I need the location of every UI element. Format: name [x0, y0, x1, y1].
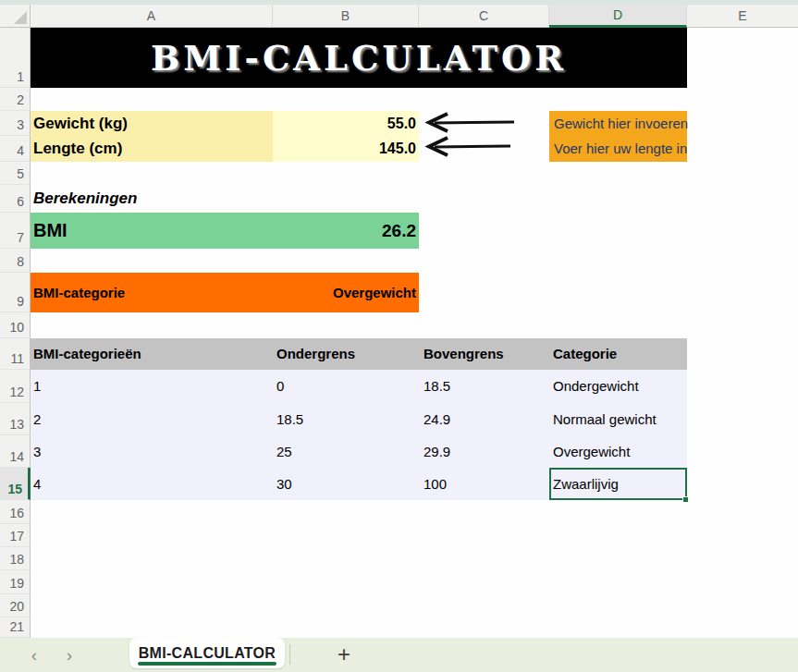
- row-header-4[interactable]: 4: [0, 136, 31, 162]
- column-header-c[interactable]: C: [419, 5, 549, 28]
- height-value-cell[interactable]: 145.0: [273, 136, 416, 162]
- column-header-a[interactable]: A: [31, 5, 273, 28]
- height-label-cell[interactable]: Lengte (cm): [33, 136, 264, 162]
- table-cell[interactable]: 1: [33, 370, 41, 403]
- weight-hint-cell[interactable]: Gewicht hier invoeren: [554, 111, 688, 136]
- bmi-category-label-cell[interactable]: BMI-categorie: [33, 273, 125, 312]
- row-header-19[interactable]: 19: [0, 570, 31, 594]
- active-sheet-tab[interactable]: BMI-CALCULATOR: [129, 638, 285, 668]
- sheet-nav-prev-button[interactable]: ‹: [22, 638, 46, 672]
- table-cell[interactable]: 18.5: [424, 370, 450, 403]
- table-cell[interactable]: 0: [276, 370, 284, 403]
- chevron-right-icon: ›: [67, 645, 72, 666]
- sheet-tab-label: BMI-CALCULATOR: [139, 645, 276, 662]
- table-cell[interactable]: 24.9: [424, 403, 450, 435]
- table-cell[interactable]: 29.9: [424, 435, 450, 468]
- title-banner-cell[interactable]: BMI-CALCULATOR: [31, 28, 687, 88]
- row-header-3[interactable]: 3: [0, 111, 31, 136]
- weight-value-cell[interactable]: 55.0: [273, 111, 416, 136]
- select-all-triangle-icon: [14, 11, 27, 24]
- row-header-18[interactable]: 18: [0, 547, 31, 570]
- row-header-10[interactable]: 10: [0, 312, 31, 338]
- table-cell[interactable]: 100: [424, 468, 447, 500]
- row-header-6[interactable]: 6: [0, 185, 31, 213]
- spreadsheet-window: A B C D E 212019181716151413121110987654…: [0, 0, 798, 672]
- table-header-categorie[interactable]: Categorie: [553, 338, 617, 370]
- bmi-category-value-cell[interactable]: Overgewicht: [273, 273, 416, 312]
- row-header-5[interactable]: 5: [0, 162, 31, 185]
- fill-handle[interactable]: [682, 496, 689, 503]
- row-header-17[interactable]: 17: [0, 524, 31, 547]
- column-header-b[interactable]: B: [273, 5, 419, 28]
- bmi-value-cell[interactable]: 26.2: [273, 213, 416, 249]
- left-arrow-shapes: [418, 110, 527, 164]
- column-header-d-selected[interactable]: D: [549, 5, 687, 28]
- row-header-2[interactable]: 2: [0, 88, 31, 111]
- row-header-7[interactable]: 7: [0, 213, 31, 249]
- table-cell[interactable]: 18.5: [276, 403, 303, 435]
- selected-cell-outline[interactable]: [549, 468, 687, 500]
- table-cell[interactable]: 2: [33, 403, 41, 435]
- row-header-8[interactable]: 8: [0, 249, 31, 273]
- weight-label-cell[interactable]: Gewicht (kg): [33, 111, 264, 136]
- select-all-corner[interactable]: [0, 5, 31, 28]
- table-cell[interactable]: 4: [33, 468, 41, 500]
- height-hint-cell[interactable]: Voer hier uw lengte in: [554, 136, 687, 162]
- table-cell[interactable]: Normaal gewicht: [553, 403, 657, 435]
- table-header-bmi-categorieen[interactable]: BMI-categorieën: [33, 338, 141, 370]
- table-cell[interactable]: Ondergewicht: [553, 370, 639, 403]
- tab-divider: [289, 644, 290, 665]
- bmi-label-cell[interactable]: BMI: [33, 213, 68, 249]
- row-header-21[interactable]: 21: [0, 617, 31, 638]
- add-sheet-button[interactable]: +: [324, 638, 364, 670]
- row-header-1[interactable]: 1: [0, 28, 31, 88]
- row-header-13[interactable]: 13: [0, 403, 31, 435]
- plus-icon: +: [338, 641, 350, 667]
- sheet-tab-bar: [0, 638, 798, 672]
- chevron-left-icon: ‹: [31, 645, 37, 666]
- table-cell[interactable]: Overgewicht: [553, 435, 630, 468]
- row-header-14[interactable]: 14: [0, 435, 31, 468]
- table-header-bovengrens[interactable]: Bovengrens: [424, 338, 504, 370]
- row-header-9[interactable]: 9: [0, 273, 31, 312]
- calculations-section-title[interactable]: Berekeningen: [33, 185, 137, 213]
- table-cell[interactable]: 30: [276, 468, 292, 500]
- sheet-nav-next-button[interactable]: ›: [57, 638, 81, 672]
- row-header-20[interactable]: 20: [0, 594, 31, 617]
- table-cell[interactable]: 25: [276, 435, 292, 468]
- row-header-11[interactable]: 11: [0, 338, 31, 370]
- table-cell[interactable]: 3: [33, 435, 41, 468]
- row-header-16[interactable]: 16: [0, 500, 31, 524]
- active-tab-underline: [138, 662, 276, 666]
- row-header-15[interactable]: 15: [0, 468, 31, 500]
- row-header-12[interactable]: 12: [0, 370, 31, 403]
- sheet-title: BMI-CALCULATOR: [151, 38, 567, 79]
- table-header-ondergrens[interactable]: Ondergrens: [276, 338, 355, 370]
- column-header-e[interactable]: E: [687, 5, 798, 28]
